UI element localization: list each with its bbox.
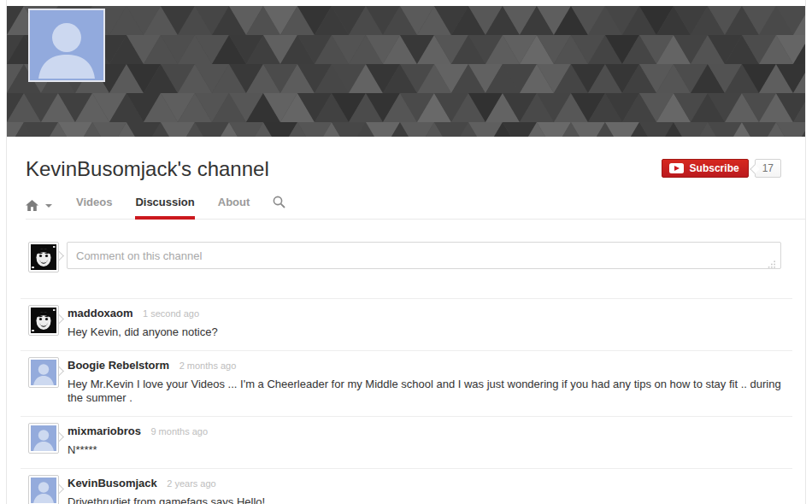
resize-grip-icon[interactable] bbox=[774, 261, 775, 262]
comment-timestamp[interactable]: 2 months ago bbox=[179, 360, 237, 371]
channel-nav: Videos Discussion About bbox=[26, 193, 805, 220]
comment-row: Boogie Rebelstorm 2 months ago Hey Mr.Ke… bbox=[21, 350, 792, 416]
maddox-face-avatar-icon bbox=[31, 244, 56, 270]
search-icon bbox=[273, 196, 285, 208]
comment-author[interactable]: mixmariobros bbox=[68, 425, 141, 437]
comment-author[interactable]: KevinBusomjack bbox=[68, 477, 157, 489]
compose-box bbox=[67, 242, 781, 269]
comment-timestamp[interactable]: 2 years ago bbox=[167, 478, 215, 489]
comment-body: maddoxaom 1 second ago Hey Kevin, did an… bbox=[68, 305, 792, 339]
channel-search-button[interactable] bbox=[273, 196, 285, 219]
comment-text: N***** bbox=[68, 443, 792, 457]
comment-list: maddoxaom 1 second ago Hey Kevin, did an… bbox=[7, 298, 805, 504]
comment-timestamp[interactable]: 1 second ago bbox=[143, 308, 199, 319]
commenter-avatar[interactable] bbox=[28, 357, 59, 388]
comment-timestamp[interactable]: 9 months ago bbox=[150, 426, 208, 437]
comment-input[interactable] bbox=[67, 242, 781, 269]
subscriber-count-badge: 17 bbox=[755, 159, 781, 178]
tab-about[interactable]: About bbox=[218, 196, 250, 220]
chevron-down-icon bbox=[45, 204, 52, 208]
subscribe-widget: Subscribe 17 bbox=[662, 159, 781, 178]
person-silhouette-icon bbox=[31, 425, 56, 451]
subscribe-button[interactable]: Subscribe bbox=[662, 159, 749, 178]
comment-author[interactable]: maddoxaom bbox=[68, 307, 133, 319]
tab-discussion[interactable]: Discussion bbox=[135, 196, 194, 220]
comment-row: mixmariobros 9 months ago N***** bbox=[21, 416, 792, 468]
channel-avatar[interactable] bbox=[28, 9, 105, 82]
youtube-play-icon bbox=[669, 163, 684, 173]
current-user-avatar bbox=[28, 242, 59, 273]
channel-banner bbox=[7, 6, 805, 137]
banner-pattern bbox=[7, 6, 805, 137]
comment-row: KevinBusomjack 2 years ago Drivethrudiet… bbox=[21, 468, 792, 504]
person-silhouette-icon bbox=[31, 478, 56, 503]
page-column: KevinBusomjack's channel Subscribe 17 Vi… bbox=[6, 0, 806, 504]
comment-compose bbox=[28, 242, 781, 273]
commenter-avatar[interactable] bbox=[28, 423, 59, 454]
comment-body: KevinBusomjack 2 years ago Drivethrudiet… bbox=[68, 475, 792, 504]
tab-videos[interactable]: Videos bbox=[76, 196, 112, 220]
commenter-avatar[interactable] bbox=[28, 305, 59, 336]
comment-row: maddoxaom 1 second ago Hey Kevin, did an… bbox=[21, 298, 792, 350]
channel-header: KevinBusomjack's channel Subscribe 17 bbox=[7, 137, 805, 181]
person-silhouette-icon bbox=[31, 360, 56, 385]
subscriber-count: 17 bbox=[762, 162, 774, 174]
person-silhouette-icon bbox=[32, 12, 102, 79]
tab-home[interactable] bbox=[26, 200, 52, 219]
subscribe-label: Subscribe bbox=[690, 162, 739, 174]
comment-text: Hey Kevin, did anyone notice? bbox=[68, 325, 792, 339]
home-icon bbox=[26, 200, 38, 211]
comment-text: Drivethrudiet from gamefaqs says Hello! bbox=[68, 495, 792, 504]
commenter-avatar[interactable] bbox=[28, 475, 59, 504]
maddox-face-avatar-icon bbox=[31, 308, 56, 333]
comment-author[interactable]: Boogie Rebelstorm bbox=[68, 359, 169, 372]
comment-body: Boogie Rebelstorm 2 months ago Hey Mr.Ke… bbox=[68, 357, 792, 405]
comment-text: Hey Mr.Kevin I love your Videos ... I'm … bbox=[68, 378, 792, 405]
comment-body: mixmariobros 9 months ago N***** bbox=[68, 423, 792, 457]
